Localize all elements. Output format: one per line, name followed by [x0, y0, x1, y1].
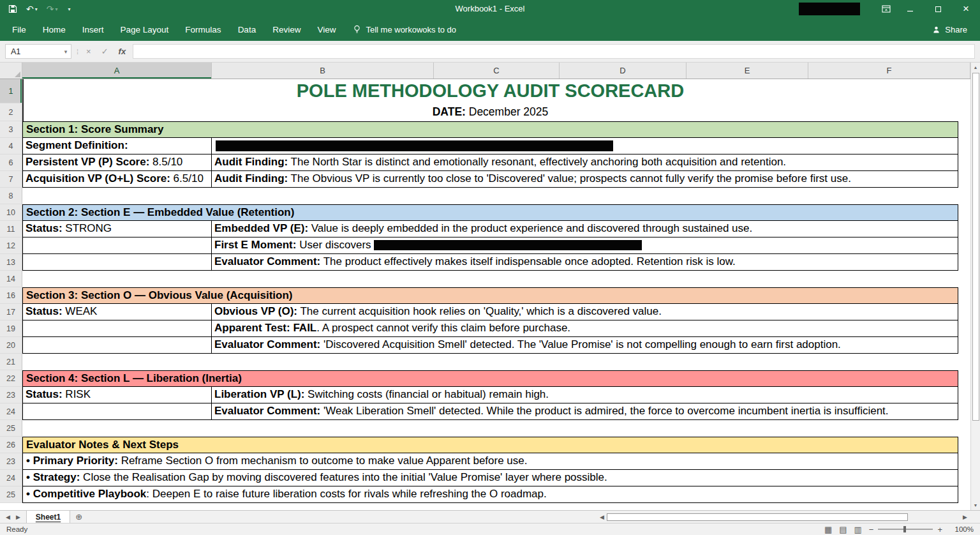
scroll-left-icon[interactable]: ◀	[597, 514, 607, 520]
ribbon-display-options-button[interactable]	[877, 0, 896, 18]
tab-view[interactable]: View	[309, 18, 344, 41]
cell-A2-date[interactable]: DATE: December 2025	[22, 103, 958, 121]
row-header-17[interactable]: 17	[0, 304, 22, 320]
confirm-entry-button[interactable]: ✓	[98, 47, 112, 56]
redo-button[interactable]: ↷ ▾	[43, 1, 61, 17]
cell-B20[interactable]: Evaluator Comment: 'Discovered Acquisiti…	[212, 337, 958, 354]
scroll-right-icon[interactable]: ▶	[960, 514, 970, 520]
horizontal-scrollbar[interactable]: ◀ ▶	[597, 511, 980, 523]
name-box[interactable]: A1 ▾	[5, 44, 71, 59]
row-header-13[interactable]: 13	[0, 254, 22, 271]
empty-cells[interactable]	[22, 420, 958, 437]
share-button[interactable]: Share	[919, 18, 980, 41]
add-sheet-button[interactable]: ⊕	[70, 511, 87, 523]
vertical-scrollbar[interactable]: ▲ ▼	[970, 63, 980, 510]
cell-section4-header[interactable]: Section 4: Section L — Liberation (Inert…	[22, 370, 958, 387]
customize-qat-button[interactable]: ▾	[64, 1, 74, 17]
insert-function-button[interactable]: fx	[115, 47, 130, 56]
row-header-19[interactable]: 19	[0, 320, 22, 337]
formula-input[interactable]	[133, 44, 975, 59]
cell-A4[interactable]: Segment Definition:	[22, 138, 212, 154]
cell-A11[interactable]: Status: STRONG	[22, 221, 212, 237]
cell-B6[interactable]: Audit Finding: The North Star is distinc…	[212, 154, 958, 171]
prev-sheet-icon[interactable]: ◀	[6, 514, 10, 520]
cell-B11[interactable]: Embedded VP (E): Value is deeply embedde…	[212, 221, 958, 237]
name-box-dropdown-icon[interactable]: ▾	[61, 49, 71, 55]
cell-section1-header[interactable]: Section 1: Score Summary	[22, 121, 958, 138]
row-header-3[interactable]: 3	[0, 121, 22, 138]
scroll-up-icon[interactable]: ▲	[971, 63, 980, 72]
next-sheet-icon[interactable]: ▶	[16, 514, 20, 520]
cell-section2-header[interactable]: Section 2: Section E — Embedded Value (R…	[22, 204, 958, 221]
cell-B23[interactable]: Liberation VP (L): Switching costs (fina…	[212, 387, 958, 403]
column-header-F[interactable]: F	[808, 63, 970, 79]
tab-formulas[interactable]: Formulas	[177, 18, 229, 41]
column-header-D[interactable]: D	[560, 63, 687, 79]
row-header-4[interactable]: 4	[0, 138, 22, 154]
undo-button[interactable]: ↶ ▾	[23, 1, 41, 17]
row-header-22[interactable]: 22	[0, 370, 22, 387]
cell-B12[interactable]: First E Moment: User discovers	[212, 237, 958, 254]
row-header-note-2[interactable]: 24	[0, 470, 22, 486]
cell-A23[interactable]: Status: RISK	[22, 387, 212, 403]
zoom-in-button[interactable]: +	[937, 525, 942, 534]
page-break-view-button[interactable]: ▥	[854, 525, 862, 534]
normal-view-button[interactable]: ▦	[824, 525, 832, 534]
column-header-A[interactable]: A	[22, 63, 212, 79]
cancel-entry-button[interactable]: ×	[83, 47, 94, 56]
zoom-slider-thumb[interactable]	[903, 526, 906, 532]
horizontal-scrollbar-thumb[interactable]	[607, 513, 908, 521]
column-header-C[interactable]: C	[434, 63, 560, 79]
zoom-slider[interactable]	[878, 529, 933, 530]
row-header-24[interactable]: 24	[0, 403, 22, 420]
tab-insert[interactable]: Insert	[74, 18, 112, 41]
row-header-14[interactable]: 14	[0, 271, 22, 287]
page-layout-view-button[interactable]: ▤	[839, 525, 847, 534]
row-header-note-1[interactable]: 23	[0, 453, 22, 470]
maximize-button[interactable]	[924, 0, 952, 18]
minimize-button[interactable]	[896, 0, 924, 18]
tab-page-layout[interactable]: Page Layout	[112, 18, 177, 41]
row-header-7[interactable]: 7	[0, 171, 22, 188]
row-header-note-3[interactable]: 25	[0, 486, 22, 503]
vertical-scrollbar-thumb[interactable]	[972, 73, 979, 421]
row-header-10[interactable]: 10	[0, 204, 22, 221]
cell-A17[interactable]: Status: WEAK	[22, 304, 212, 320]
row-header-8[interactable]: 8	[0, 188, 22, 204]
row-header-23[interactable]: 23	[0, 387, 22, 403]
tell-me-box[interactable]: Tell me workowoks to do	[344, 18, 465, 41]
row-header-12[interactable]: 12	[0, 237, 22, 254]
cell-section3-header[interactable]: Section 3: Section O — Obvious Value (Ac…	[22, 287, 958, 304]
cell-A7[interactable]: Acquisition VP (O+L) Score: 6.5/10	[22, 171, 212, 188]
cell-note-2[interactable]: • Strategy: Close the Realisation Gap by…	[22, 470, 958, 486]
zoom-out-button[interactable]: −	[869, 525, 874, 534]
row-header-11[interactable]: 11	[0, 221, 22, 237]
tab-data[interactable]: Data	[230, 18, 265, 41]
empty-cells[interactable]	[22, 271, 958, 287]
cell-A13[interactable]	[22, 254, 212, 271]
cell-B24[interactable]: Evaluator Comment: 'Weak Liberation Smel…	[212, 403, 958, 420]
sheet-tab-sheet1[interactable]: Sheet1	[26, 511, 70, 523]
empty-cells[interactable]	[22, 188, 958, 204]
tab-home[interactable]: Home	[34, 18, 74, 41]
row-header-21[interactable]: 21	[0, 354, 22, 370]
cell-note-1[interactable]: • Primary Priority: Reframe Section O fr…	[22, 453, 958, 470]
scroll-down-icon[interactable]: ▼	[971, 501, 980, 510]
column-header-B[interactable]: B	[212, 63, 434, 79]
cell-A12[interactable]	[22, 237, 212, 254]
cell-B4[interactable]	[212, 138, 958, 154]
row-header-25[interactable]: 25	[0, 420, 22, 437]
cell-A24[interactable]	[22, 403, 212, 420]
empty-cells[interactable]	[22, 354, 958, 370]
cell-notes-header[interactable]: Evaluator Notes & Next Steps	[22, 437, 958, 453]
cell-B19[interactable]: Apparent Test: FAIL. A prospect cannot v…	[212, 320, 958, 337]
row-header-1[interactable]: 1	[0, 79, 22, 103]
row-header-20[interactable]: 20	[0, 337, 22, 354]
tab-review[interactable]: Review	[264, 18, 309, 41]
cell-A19[interactable]	[22, 320, 212, 337]
column-header-E[interactable]: E	[687, 63, 808, 79]
row-header-16[interactable]: 16	[0, 287, 22, 304]
row-header-6[interactable]: 6	[0, 154, 22, 171]
tab-file[interactable]: File	[4, 18, 34, 41]
cell-A20[interactable]	[22, 337, 212, 354]
